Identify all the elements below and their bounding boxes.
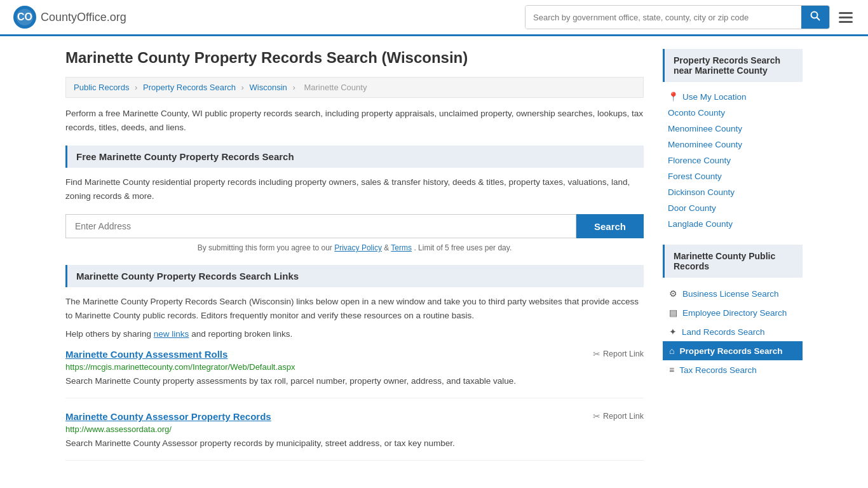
logo-icon: CO [13, 5, 37, 29]
sidebar-county-7[interactable]: Langlade County [663, 216, 803, 232]
record-title-1[interactable]: Marinette County Assessor Property Recor… [65, 411, 271, 422]
page-title: Marinette County Property Records Search… [65, 49, 644, 67]
links-description: The Marinette County Property Records Se… [65, 295, 644, 322]
record-url-0[interactable]: https://mcgis.marinettecounty.com/Integr… [65, 362, 644, 372]
record-item: Marinette County Assessment Rolls ✂ Repo… [65, 349, 644, 398]
address-input[interactable] [65, 214, 576, 238]
nav-link-0[interactable]: Business License Search [682, 289, 779, 299]
record-item-header-1: Marinette County Assessor Property Recor… [65, 411, 644, 422]
share-links-text: Help others by sharing new links and rep… [65, 329, 644, 339]
nav-icon-3: ⌂ [669, 346, 674, 356]
logo-text: CountyOffice.org [41, 11, 126, 24]
svg-point-3 [811, 12, 818, 18]
report-icon-1: ✂ [593, 411, 600, 421]
sidebar-county-0[interactable]: Oconto County [663, 105, 803, 121]
record-title-0[interactable]: Marinette County Assessment Rolls [65, 349, 227, 360]
sidebar-nav-item-1[interactable]: ▤ Employee Directory Search [663, 303, 803, 322]
record-url-1[interactable]: http://www.assessordata.org/ [65, 424, 644, 434]
sidebar: Property Records Search near Marinette C… [663, 49, 803, 473]
address-search-button[interactable]: Search [576, 214, 644, 238]
report-link-label-0: Report Link [603, 349, 644, 358]
free-search-section-header: Free Marinette County Property Records S… [65, 146, 644, 168]
links-section-header: Marinette County Property Records Search… [65, 265, 644, 287]
links-section: Marinette County Property Records Search… [65, 265, 644, 461]
sidebar-nav-item-3[interactable]: ⌂ Property Records Search [663, 341, 803, 360]
sidebar-nearby-list: 📍 Use My Location Oconto CountyMenominee… [663, 88, 803, 232]
sidebar-nav-item-2[interactable]: ✦ Land Records Search [663, 322, 803, 341]
report-icon-0: ✂ [593, 349, 600, 359]
breadcrumb-current: Marinette County [304, 83, 367, 92]
free-search-description: Find Marinette County residential proper… [65, 175, 644, 203]
nav-icon-4: ≡ [669, 365, 674, 375]
nav-icon-2: ✦ [669, 327, 677, 337]
sidebar-county-6[interactable]: Door County [663, 200, 803, 216]
sidebar-county-3[interactable]: Florence County [663, 152, 803, 168]
page-description: Perform a free Marinette County, WI publ… [65, 107, 644, 134]
nav-link-3[interactable]: Property Records Search [679, 346, 782, 356]
svg-text:CO: CO [17, 11, 32, 22]
address-search-row: Search [65, 214, 644, 238]
breadcrumb-public-records[interactable]: Public Records [74, 83, 129, 92]
nav-icon-0: ⚙ [669, 288, 677, 299]
logo[interactable]: CO CountyOffice.org [13, 5, 126, 29]
address-search-form: Search By submitting this form you agree… [65, 214, 644, 252]
breadcrumb-property-records-search[interactable]: Property Records Search [143, 83, 236, 92]
main-content: Marinette County Property Records Search… [65, 49, 644, 473]
nav-link-4[interactable]: Tax Records Search [679, 365, 757, 375]
record-items-container: Marinette County Assessment Rolls ✂ Repo… [65, 349, 644, 461]
sidebar-use-my-location[interactable]: 📍 Use My Location [663, 88, 803, 105]
nav-icon-1: ▤ [669, 308, 677, 318]
breadcrumb-wisconsin[interactable]: Wisconsin [250, 83, 287, 92]
record-item-header-0: Marinette County Assessment Rolls ✂ Repo… [65, 349, 644, 360]
main-container: Marinette County Property Records Search… [53, 36, 815, 486]
breadcrumb: Public Records › Property Records Search… [65, 77, 644, 98]
sidebar-nav-item-4[interactable]: ≡ Tax Records Search [663, 360, 803, 379]
report-link-0[interactable]: ✂ Report Link [593, 349, 644, 359]
sidebar-nav-list: ⚙ Business License Search ▤ Employee Dir… [663, 284, 803, 379]
svg-line-4 [817, 18, 820, 21]
sidebar-county-1[interactable]: Menominee County [663, 121, 803, 137]
nav-link-1[interactable]: Employee Directory Search [682, 308, 787, 318]
report-link-1[interactable]: ✂ Report Link [593, 411, 644, 421]
nav-link-2[interactable]: Land Records Search [682, 327, 765, 337]
header-search-bar[interactable] [525, 5, 830, 29]
record-desc-0: Search Marinette County property assessm… [65, 375, 644, 388]
sidebar-county-5[interactable]: Dickinson County [663, 184, 803, 200]
location-icon: 📍 [668, 92, 679, 102]
form-note: By submitting this form you agree to our… [65, 243, 644, 252]
record-item: Marinette County Assessor Property Recor… [65, 411, 644, 461]
sidebar-public-records-title: Marinette County Public Records [663, 245, 803, 278]
sidebar-nearby-title: Property Records Search near Marinette C… [663, 49, 803, 82]
header-search-button[interactable] [801, 6, 829, 29]
sidebar-nav-item-0[interactable]: ⚙ Business License Search [663, 284, 803, 303]
sidebar-county-4[interactable]: Forest County [663, 168, 803, 184]
menu-button[interactable] [836, 10, 855, 25]
site-header: CO CountyOffice.org [0, 0, 868, 36]
sidebar-county-2[interactable]: Menominee County [663, 137, 803, 152]
new-links-link[interactable]: new links [154, 329, 189, 339]
record-desc-1: Search Marinette County Assessor propert… [65, 437, 644, 450]
header-search-input[interactable] [526, 6, 801, 29]
header-right [525, 5, 855, 29]
terms-link[interactable]: Terms [391, 243, 412, 252]
privacy-policy-link[interactable]: Privacy Policy [334, 243, 382, 252]
report-link-label-1: Report Link [603, 412, 644, 421]
